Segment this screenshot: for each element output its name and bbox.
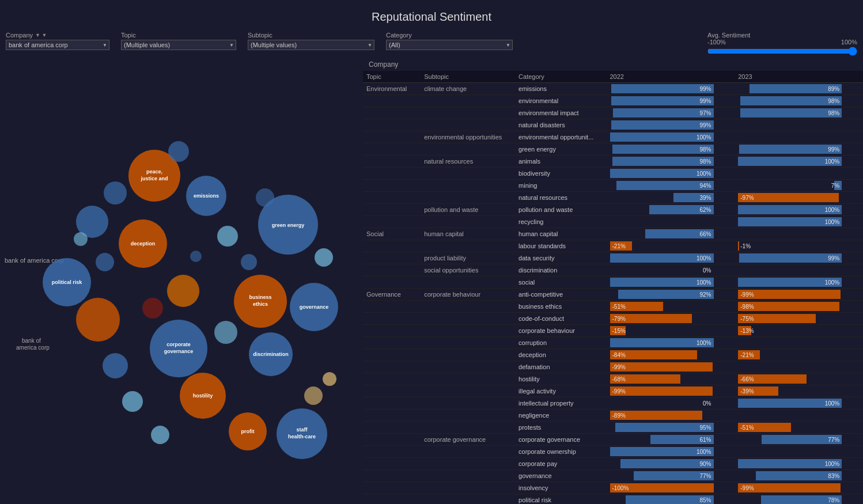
cell-2023 [735,264,863,276]
cell-category: biodiversity [515,168,606,180]
cell-category: corporate ownership [515,446,606,458]
svg-text:political risk: political risk [52,279,83,285]
svg-text:staff: staff [296,427,308,433]
cell-2022: 61% [607,434,735,446]
cell-2023: 100% [735,397,863,410]
table-row: defamation -99% [363,361,863,373]
cell-subtopic [421,107,515,119]
cell-category: environmental [515,95,606,107]
cell-2023: 98% [735,107,863,119]
cell-2023 [735,337,863,349]
cell-subtopic: human capital [421,228,515,240]
svg-point-40 [315,248,333,267]
svg-point-31 [103,353,128,378]
subtopic-select[interactable]: (Multiple values) [248,40,374,50]
cell-topic [363,482,421,494]
cell-category: corruption [515,337,606,349]
cell-category: protests [515,422,606,434]
cell-subtopic [421,397,515,410]
cell-subtopic [421,168,515,180]
table-row: business ethics -51% -98% [363,301,863,313]
cell-2022: 100% [607,252,735,264]
cell-2022: 100% [607,168,735,180]
cell-topic [363,337,421,349]
category-label: Category [386,32,513,39]
cell-topic [363,349,421,361]
cell-topic [363,107,421,119]
svg-text:health-care: health-care [288,434,316,439]
company-filter: Company ▼ ▼ bank of america corp [6,32,109,50]
svg-point-43 [151,426,169,444]
topic-select[interactable]: (Multiple values) [121,40,236,50]
cell-2023: 98% [735,95,863,107]
svg-point-45 [96,253,114,271]
svg-text:justice and: justice and [140,176,168,181]
cell-category: code-of-conduct [515,313,606,325]
cell-2023: 100% [735,276,863,289]
cell-topic [363,216,421,228]
category-filter: Category (All) [386,32,513,50]
cell-category: animals [515,156,606,168]
cell-category: insolvency [515,482,606,494]
cell-subtopic: corporate behaviour [421,289,515,301]
table-row: biodiversity 100% [363,168,863,180]
table-row: negligence -89% [363,410,863,422]
cell-subtopic: product liability [421,252,515,264]
main-content: bank of america corp peace, justice and … [0,60,863,504]
company-select[interactable]: bank of america corp [6,40,109,50]
cell-topic [363,373,421,385]
table-row: green energy 98% 99% [363,143,863,156]
cell-topic [363,156,421,168]
cell-topic [363,313,421,325]
cell-2022: 90% [607,458,735,470]
cell-2022: 99% [607,95,735,107]
cell-topic [363,240,421,252]
cell-subtopic [421,143,515,156]
sentiment-max: 100% [841,39,857,46]
category-select[interactable]: (All) [386,40,513,50]
cell-category: anti-competitive [515,289,606,301]
cell-subtopic [421,482,515,494]
cell-2023: 100% [735,156,863,168]
svg-point-38 [167,275,199,307]
cell-2023: 100% [735,216,863,228]
cell-subtopic [421,216,515,228]
cell-2023 [735,131,863,143]
cell-topic [363,276,421,289]
cell-2022: 100% [607,446,735,458]
cell-topic [363,361,421,373]
cell-subtopic [421,95,515,107]
cell-category: illegal activity [515,385,606,397]
table-row: recycling 100% [363,216,863,228]
cell-2022: -99% [607,385,735,397]
cell-2023: -99% [735,482,863,494]
cell-2022: 92% [607,289,735,301]
cell-2022: 97% [607,107,735,119]
cell-topic [363,95,421,107]
table-row: protests 95% -51% [363,422,863,434]
cell-category: intellectual property [515,397,606,410]
svg-text:america corp: america corp [16,344,50,351]
cell-topic [363,264,421,276]
cell-category: pollution and waste [515,204,606,216]
cell-subtopic [421,494,515,505]
cell-2023: 99% [735,252,863,264]
cell-2023: 89% [735,83,863,95]
svg-point-30 [76,298,120,342]
cell-2023: 100% [735,458,863,470]
svg-point-47 [256,188,274,207]
company-label: Company ▼ ▼ [6,32,109,39]
table-row: natural resources 39% -97% [363,192,863,204]
th-subtopic: Subtopic [421,71,515,83]
table-row: social opportunities discrimination 0% [363,264,863,276]
table-row: natural disasters 99% [363,119,863,131]
table-row: labour standards -21% -1% [363,240,863,252]
data-table: Topic Subtopic Category 2022 2023 Enviro… [363,71,863,504]
table-row: Governance corporate behaviour anti-comp… [363,289,863,301]
sentiment-slider[interactable] [707,47,857,56]
cell-2022: -89% [607,410,735,422]
cell-subtopic [421,192,515,204]
cell-2023: -51% [735,422,863,434]
cell-category: recycling [515,216,606,228]
cell-2022: 100% [607,337,735,349]
